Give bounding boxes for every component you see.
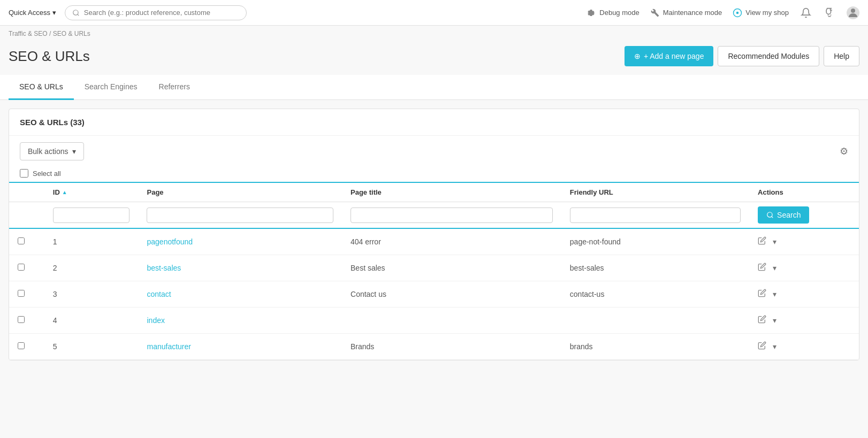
quick-access-label: Quick Access [9, 9, 50, 17]
filter-url-cell [561, 202, 749, 229]
select-all-checkbox[interactable] [20, 169, 28, 178]
row-checkbox-cell [9, 281, 44, 308]
row-checkbox[interactable] [18, 264, 25, 271]
row-friendly-url: page-not-found [561, 228, 749, 255]
row-actions: ▾ [749, 228, 859, 255]
user-avatar-button[interactable] [847, 6, 859, 19]
row-page: index [138, 308, 342, 334]
table-filter-row: Search [9, 202, 859, 229]
nav-right-section: Debug mode Maintenance mode View my shop [587, 6, 859, 19]
th-page-title[interactable]: Page title [342, 182, 561, 202]
eye-icon [733, 8, 742, 18]
view-my-shop-label: View my shop [745, 9, 789, 17]
row-expand-icon[interactable]: ▾ [773, 237, 776, 246]
row-id: 5 [44, 334, 139, 360]
th-friendly-url[interactable]: Friendly URL [561, 182, 749, 202]
header-actions: ⊕ + Add a new page Recommended Modules H… [625, 46, 859, 66]
edit-icon[interactable] [758, 341, 766, 352]
row-actions: ▾ [749, 308, 859, 334]
maintenance-mode-label: Maintenance mode [663, 9, 722, 17]
row-expand-icon[interactable]: ▾ [773, 316, 776, 325]
tab-seo-urls[interactable]: SEO & URLs [9, 75, 74, 100]
th-checkbox [9, 182, 44, 202]
select-all-label[interactable]: Select all [33, 170, 61, 178]
quick-access-menu[interactable]: Quick Access ▾ [9, 9, 56, 17]
page-link[interactable]: contact [147, 290, 171, 298]
filter-search-button[interactable]: Search [758, 206, 809, 224]
debug-mode-label: Debug mode [599, 9, 639, 17]
row-actions: ▾ [749, 281, 859, 308]
page-link[interactable]: index [147, 316, 164, 325]
row-actions: ▾ [749, 334, 859, 360]
page-header: SEO & URLs ⊕ + Add a new page Recommende… [0, 42, 868, 75]
row-page: best-sales [138, 255, 342, 281]
wrench-icon [650, 8, 660, 18]
global-search-input[interactable] [84, 9, 240, 17]
table-settings-icon[interactable]: ⚙ [840, 145, 848, 157]
row-checkbox[interactable] [18, 342, 25, 349]
edit-icon[interactable] [758, 236, 766, 247]
table-row: 3 contact Contact us contact-us ▾ [9, 281, 859, 308]
row-actions: ▾ [749, 255, 859, 281]
edit-icon[interactable] [758, 289, 766, 299]
chevron-down-icon: ▾ [52, 9, 56, 17]
row-id: 1 [44, 228, 139, 255]
breadcrumb-parent[interactable]: Traffic & SEO [9, 30, 48, 37]
add-new-page-button[interactable]: ⊕ + Add a new page [625, 46, 714, 66]
seo-urls-table: ID ▲ Page Page title Friendly URL Action… [9, 182, 859, 360]
row-page-title: 404 error [342, 228, 561, 255]
row-friendly-url: contact-us [561, 281, 749, 308]
edit-icon[interactable] [758, 315, 766, 326]
bulk-actions-chevron-icon: ▾ [72, 147, 76, 156]
row-page: manufacturer [138, 334, 342, 360]
filter-actions-cell: Search [749, 202, 859, 229]
th-page[interactable]: Page [138, 182, 342, 202]
help-button[interactable]: Help [824, 46, 859, 66]
filter-check-cell [9, 202, 44, 229]
tab-search-engines[interactable]: Search Engines [74, 75, 148, 100]
svg-line-7 [772, 217, 773, 218]
svg-point-5 [851, 9, 855, 13]
th-id[interactable]: ID ▲ [44, 182, 139, 202]
row-page: contact [138, 281, 342, 308]
table-row: 2 best-sales Best sales best-sales ▾ [9, 255, 859, 281]
filter-page-cell [138, 202, 342, 229]
row-id: 3 [44, 281, 139, 308]
row-id: 2 [44, 255, 139, 281]
breadcrumb-current: SEO & URLs [53, 30, 90, 37]
notifications-button[interactable] [800, 6, 812, 19]
recommended-modules-button[interactable]: Recommended Modules [718, 46, 819, 66]
row-expand-icon[interactable]: ▾ [773, 290, 776, 298]
page-link[interactable]: manufacturer [147, 342, 191, 351]
row-page-title: Contact us [342, 281, 561, 308]
row-expand-icon[interactable]: ▾ [773, 342, 776, 351]
row-page: pagenotfound [138, 228, 342, 255]
filter-title-input[interactable] [351, 208, 553, 223]
debug-mode-button[interactable]: Debug mode [587, 8, 639, 18]
row-page-title: Best sales [342, 255, 561, 281]
page-link[interactable]: best-sales [147, 264, 181, 272]
filter-page-input[interactable] [147, 208, 333, 223]
row-checkbox[interactable] [18, 316, 25, 323]
tab-referrers[interactable]: Referrers [148, 75, 201, 100]
svg-point-0 [73, 10, 78, 14]
maintenance-mode-button[interactable]: Maintenance mode [650, 8, 722, 18]
filter-url-input[interactable] [570, 208, 741, 223]
main-content-panel: SEO & URLs (33) Bulk actions ▾ ⚙ Select … [9, 109, 859, 360]
search-btn-label: Search [777, 211, 801, 219]
view-my-shop-button[interactable]: View my shop [733, 8, 789, 18]
filter-id-input[interactable] [53, 208, 130, 223]
svg-line-1 [78, 14, 79, 16]
row-checkbox[interactable] [18, 237, 25, 244]
achievements-button[interactable] [823, 6, 836, 19]
page-link[interactable]: pagenotfound [147, 237, 193, 246]
edit-icon[interactable] [758, 263, 766, 273]
bulk-actions-row: Bulk actions ▾ ⚙ [9, 136, 859, 167]
global-search-bar[interactable] [65, 5, 247, 20]
row-checkbox[interactable] [18, 290, 25, 297]
row-checkbox-cell [9, 308, 44, 334]
row-checkbox-cell [9, 255, 44, 281]
search-icon [72, 8, 81, 18]
bulk-actions-button[interactable]: Bulk actions ▾ [20, 142, 84, 160]
row-expand-icon[interactable]: ▾ [773, 264, 776, 272]
